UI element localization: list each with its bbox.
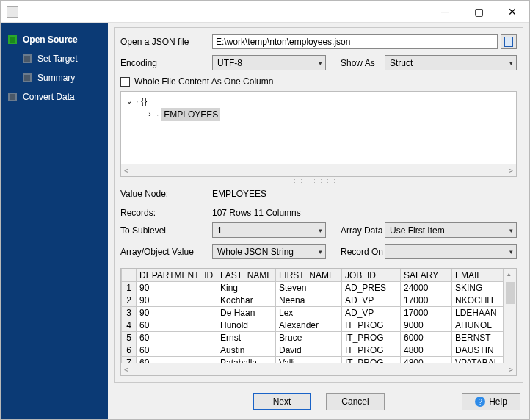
whole-file-label: Whole File Content As One Column [134,76,273,87]
grid-horizontal-scroll[interactable]: <> [120,363,517,376]
dialog-window: ─ ▢ ✕ Open Source Set Target Summary Con… [0,0,530,420]
cell: AD_VP [342,307,401,319]
file-path-input[interactable] [212,34,498,49]
to-sublevel-label: To Sublevel [120,225,212,236]
records-value: 107 Rows 11 Columns [212,208,517,218]
cell: Bruce [276,332,342,344]
browse-file-button[interactable] [501,34,517,49]
cell: 60 [137,319,217,332]
array-data-label: Array Data [326,225,385,236]
row-number: 4 [122,319,137,332]
tree-node-employees[interactable]: › · EMPLOYEES [146,108,512,121]
sidebar-item-open-source[interactable]: Open Source [1,30,108,49]
records-label: Records: [120,208,212,218]
sidebar-item-summary[interactable]: Summary [1,68,108,87]
titlebar: ─ ▢ ✕ [1,1,529,23]
arr-obj-row: Array/Object Value Whole JSON String ▾ R… [120,244,517,259]
table-row[interactable]: 460HunoldAlexanderIT_PROG9000AHUNOL [122,319,504,332]
chevron-down-icon: ▾ [319,227,322,234]
chevron-down-icon: ▾ [509,248,513,256]
table-row[interactable]: 560ErnstBruceIT_PROG6000BERNST [122,332,504,344]
cell: Ernst [217,332,276,344]
collapse-icon[interactable]: ⌄ [126,95,133,108]
cell: IT_PROG [342,357,401,363]
cell: NKOCHH [452,294,504,307]
whole-file-checkbox[interactable] [120,77,130,87]
next-button[interactable]: Next [253,393,311,410]
close-button[interactable]: ✕ [495,1,529,23]
wizard-sidebar: Open Source Set Target Summary Convert D… [1,23,108,419]
chevron-down-icon: ▾ [319,59,322,67]
table-row[interactable]: 760PataballaValliIT_PROG4800VPATABAL [122,357,504,363]
content-area: Open Source Set Target Summary Convert D… [1,23,529,419]
show-as-label: Show As [326,58,385,68]
cell: Hunold [217,319,276,332]
column-header[interactable]: FIRST_NAME [276,269,342,282]
cell: IT_PROG [342,332,401,344]
preview-grid[interactable]: DEPARTMENT_IDLAST_NAMEFIRST_NAMEJOB_IDSA… [121,269,504,363]
arr-obj-select[interactable]: Whole JSON String ▾ [212,244,326,259]
row-number: 6 [122,344,137,357]
expand-icon[interactable]: › [146,108,153,121]
cell: AD_PRES [342,282,401,294]
minimize-button[interactable]: ─ [428,1,462,23]
table-row[interactable]: 660AustinDavidIT_PROG4800DAUSTIN [122,344,504,357]
chevron-down-icon: ▾ [319,248,322,256]
encoding-value: UTF-8 [217,58,242,68]
column-header[interactable]: SALARY [401,269,452,282]
sidebar-item-convert-data[interactable]: Convert Data [1,87,108,106]
array-data-select[interactable]: Use First Item ▾ [385,222,517,238]
tree-root[interactable]: ⌄ · {} [126,95,512,108]
table-row[interactable]: 290KochharNeenaAD_VP17000NKOCHH [122,294,504,307]
encoding-label: Encoding [120,58,212,68]
chevron-down-icon: ▾ [509,227,513,234]
value-node-row: Value Node: EMPLOYEES [120,189,517,199]
main-panel: Open a JSON file Encoding UTF-8 ▾ Show A… [108,23,529,419]
table-row[interactable]: 190KingStevenAD_PRES24000SKING [122,282,504,294]
splitter-handle[interactable]: : : : : : : : : [120,177,517,184]
to-sublevel-select[interactable]: 1 ▾ [212,222,326,238]
sidebar-item-set-target[interactable]: Set Target [1,49,108,68]
table-row[interactable]: 390De HaanLexAD_VP17000LDEHAAN [122,307,504,319]
cell: 90 [137,307,217,319]
record-on-select[interactable]: ▾ [385,244,517,259]
cell: 9000 [401,319,452,332]
row-header-blank [122,269,137,282]
array-icon: · [156,108,159,121]
maximize-button[interactable]: ▢ [462,1,495,23]
scroll-thumb[interactable] [506,282,515,304]
cell: IT_PROG [342,319,401,332]
row-number: 3 [122,307,137,319]
column-header[interactable]: LAST_NAME [217,269,276,282]
cell: De Haan [217,307,276,319]
cancel-button[interactable]: Cancel [326,393,385,410]
cell: David [276,344,342,357]
json-tree[interactable]: ⌄ · {} › · EMPLOYEES [120,91,517,164]
show-as-select[interactable]: Struct ▾ [385,55,517,70]
cell: Steven [276,282,342,294]
tree-horizontal-scroll[interactable]: <> [120,164,517,177]
to-sublevel-value: 1 [217,225,222,236]
cell: Neena [276,294,342,307]
cell: Lex [276,307,342,319]
cell: King [217,282,276,294]
cell: VPATABAL [452,357,504,363]
column-header[interactable]: DEPARTMENT_ID [137,269,217,282]
preview-grid-wrap: DEPARTMENT_IDLAST_NAMEFIRST_NAMEJOB_IDSA… [120,268,517,363]
cell: BERNST [452,332,504,344]
show-as-value: Struct [390,58,413,68]
row-number: 7 [122,357,137,363]
value-node-value: EMPLOYEES [212,189,517,199]
help-label: Help [489,397,507,407]
step-icon [23,54,32,63]
records-row: Records: 107 Rows 11 Columns [120,208,517,218]
column-header[interactable]: EMAIL [452,269,504,282]
cell: 60 [137,344,217,357]
object-icon: · [136,95,138,108]
sidebar-label: Open Source [23,35,78,45]
column-header[interactable]: JOB_ID [342,269,401,282]
grid-vertical-scroll[interactable]: ▴ [504,269,516,363]
encoding-select[interactable]: UTF-8 ▾ [212,55,326,70]
help-button[interactable]: ? Help [462,393,520,410]
next-label: Next [273,397,291,407]
